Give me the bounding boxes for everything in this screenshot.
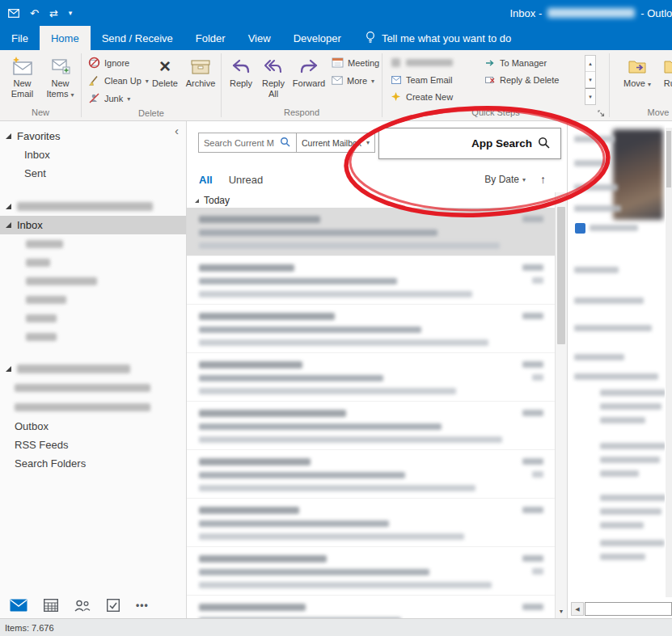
sort-direction-icon[interactable]: ↑ bbox=[540, 173, 546, 186]
folder-item-redacted[interactable] bbox=[0, 327, 186, 346]
sort-by-date-dropdown[interactable]: By Date ▾ bbox=[484, 174, 526, 185]
folder-search-folders[interactable]: Search Folders bbox=[0, 454, 186, 473]
folder-inbox-selected[interactable]: Inbox bbox=[0, 216, 186, 234]
archive-section-header-redacted[interactable] bbox=[0, 359, 186, 378]
scrollbar-thumb[interactable] bbox=[666, 131, 671, 187]
customize-quick-access-icon[interactable]: ▾ bbox=[69, 9, 73, 17]
redacted-text-line bbox=[600, 495, 665, 501]
tasks-nav-icon[interactable] bbox=[107, 599, 120, 612]
scroll-left-icon[interactable]: ◀ bbox=[571, 602, 584, 616]
send-receive-icon[interactable]: ⇄ bbox=[49, 7, 58, 19]
message-row[interactable] bbox=[187, 450, 555, 499]
move-button[interactable]: Move ▾ bbox=[619, 53, 655, 91]
reply-button[interactable]: Reply bbox=[225, 53, 257, 91]
quick-step-team-email[interactable]: Team Email bbox=[391, 71, 484, 88]
ignore-button[interactable]: Ignore bbox=[85, 54, 148, 72]
tab-file[interactable]: File bbox=[0, 26, 40, 50]
folder-outbox[interactable]: Outbox bbox=[0, 417, 186, 436]
account-section-header-redacted[interactable] bbox=[0, 196, 186, 216]
folder-item-redacted[interactable] bbox=[0, 398, 186, 417]
more-respond-button[interactable]: More ▾ bbox=[328, 72, 380, 90]
team-email-icon bbox=[391, 76, 401, 84]
quick-steps-dialog-launcher-icon[interactable] bbox=[598, 108, 605, 120]
hscrollbar-track[interactable] bbox=[585, 602, 672, 616]
gallery-up-icon[interactable]: ▴ bbox=[585, 56, 595, 72]
group-label-respond: Respond bbox=[222, 107, 382, 120]
folder-item-redacted[interactable] bbox=[0, 253, 186, 272]
folder-item-redacted[interactable] bbox=[0, 378, 186, 398]
scroll-down-icon[interactable]: ▼ bbox=[556, 604, 567, 617]
folder-favorites-inbox[interactable]: Inbox bbox=[0, 145, 186, 164]
message-row[interactable] bbox=[187, 547, 555, 596]
quick-step-to-manager[interactable]: To Manager bbox=[484, 54, 577, 71]
mail-quick-icon[interactable] bbox=[8, 9, 19, 18]
reply-all-button[interactable]: Reply All bbox=[257, 53, 290, 101]
folder-favorites-sent[interactable]: Sent bbox=[0, 164, 186, 183]
folder-item-redacted[interactable] bbox=[0, 290, 186, 309]
ribbon: New Email New Items ▾ New Ignore bbox=[0, 50, 672, 121]
folder-item-redacted[interactable] bbox=[0, 309, 186, 327]
quick-step-create-new[interactable]: Create New bbox=[391, 88, 484, 105]
mail-nav-icon[interactable] bbox=[10, 599, 27, 612]
new-items-icon bbox=[51, 56, 70, 77]
delete-button[interactable]: × Delete bbox=[148, 53, 182, 91]
quick-step-redacted[interactable] bbox=[391, 54, 484, 71]
message-row[interactable] bbox=[187, 208, 555, 256]
new-email-button[interactable]: New Email bbox=[3, 53, 41, 101]
reading-pane-hscrollbar[interactable]: ◀ bbox=[571, 602, 672, 616]
tab-home[interactable]: Home bbox=[40, 26, 91, 50]
message-list-scrollbar[interactable]: ▲ ▼ bbox=[555, 192, 567, 618]
redacted-text-line bbox=[600, 508, 661, 515]
mflag-redacted bbox=[532, 471, 543, 478]
search-box[interactable] bbox=[198, 133, 297, 153]
archive-button[interactable]: Archive bbox=[182, 53, 219, 91]
search-input[interactable] bbox=[204, 138, 280, 148]
message-row[interactable] bbox=[187, 402, 555, 450]
reading-pane-scrollbar[interactable] bbox=[666, 128, 672, 597]
forward-button[interactable]: Forward bbox=[290, 53, 328, 91]
undo-icon[interactable]: ↶ bbox=[30, 7, 39, 19]
search-scope-dropdown[interactable]: Current Mailbox ▾ bbox=[297, 133, 375, 153]
move-label: Move bbox=[623, 78, 645, 88]
folder-rss-feeds[interactable]: RSS Feeds bbox=[0, 436, 186, 454]
tell-me-box[interactable]: Tell me what you want to do bbox=[366, 26, 511, 50]
app-search-box[interactable]: App Search bbox=[378, 128, 561, 159]
message-row[interactable] bbox=[187, 305, 555, 353]
filter-tab-all[interactable]: All bbox=[199, 174, 213, 186]
message-row[interactable] bbox=[187, 256, 555, 305]
preview-redacted bbox=[199, 388, 456, 394]
scrollbar-thumb[interactable] bbox=[557, 207, 565, 344]
calendar-nav-icon[interactable] bbox=[44, 599, 58, 612]
favorites-section-header[interactable]: Favorites bbox=[0, 126, 186, 145]
quick-step-reply-delete[interactable]: Reply & Delete bbox=[484, 71, 577, 88]
folder-item-redacted[interactable] bbox=[0, 272, 186, 290]
expanded-triangle-icon bbox=[6, 222, 11, 228]
tab-folder[interactable]: Folder bbox=[184, 26, 237, 50]
message-row[interactable] bbox=[187, 596, 555, 618]
quick-steps-gallery-scrollbar[interactable]: ▴ ▾ ▾ bbox=[585, 55, 596, 105]
message-row[interactable] bbox=[187, 499, 555, 547]
junk-button[interactable]: Junk ▾ bbox=[85, 90, 148, 107]
filter-tab-unread[interactable]: Unread bbox=[229, 174, 264, 186]
group-header-today[interactable]: Today bbox=[195, 195, 230, 206]
more-apps-icon[interactable]: ••• bbox=[136, 600, 149, 611]
sender-redacted bbox=[199, 264, 294, 272]
message-row[interactable] bbox=[187, 353, 555, 402]
tab-developer[interactable]: Developer bbox=[282, 26, 353, 50]
folder-item-redacted[interactable] bbox=[0, 234, 186, 253]
team-email-label: Team Email bbox=[406, 75, 452, 85]
meeting-button[interactable]: Meeting bbox=[328, 54, 380, 72]
search-scope-value: Current Mailbox bbox=[302, 138, 361, 148]
gallery-more-icon[interactable]: ▾ bbox=[585, 88, 595, 104]
tab-view[interactable]: View bbox=[237, 26, 282, 50]
message-list bbox=[187, 208, 555, 618]
people-nav-icon[interactable] bbox=[74, 600, 91, 612]
rules-button[interactable]: Rule bbox=[655, 53, 672, 91]
tab-send-receive[interactable]: Send / Receive bbox=[91, 26, 184, 50]
gallery-down-icon[interactable]: ▾ bbox=[585, 72, 595, 88]
new-items-button[interactable]: New Items ▾ bbox=[41, 53, 79, 102]
clean-up-button[interactable]: Clean Up ▾ bbox=[85, 72, 148, 90]
scroll-up-icon[interactable]: ▲ bbox=[556, 193, 567, 206]
mtime-redacted bbox=[522, 361, 543, 368]
minimize-folder-pane-icon[interactable]: ‹ bbox=[175, 124, 179, 137]
